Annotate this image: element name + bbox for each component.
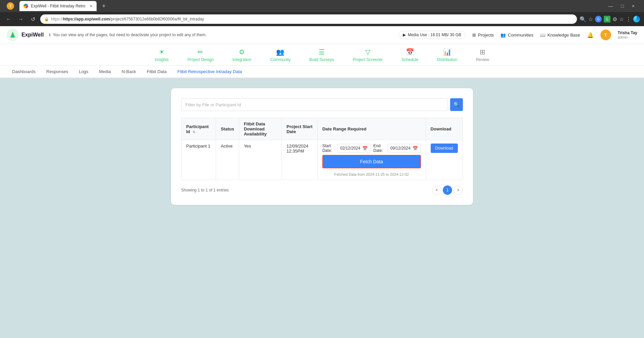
knowledge-base-icon: 📖: [540, 33, 545, 38]
sub-tabs: Dashboards Responses Logs Media N-Back F…: [0, 66, 644, 78]
project-screener-label: Project Screener: [353, 57, 383, 62]
cell-fitbit-availability: Yes: [239, 140, 281, 180]
logo-area: ExpiWell: [7, 29, 44, 41]
tab-fitbit-data[interactable]: Fitbit Data: [141, 66, 172, 78]
download-button[interactable]: Download: [431, 144, 458, 153]
nav-item-project-design[interactable]: ✏ Project Design: [185, 47, 216, 65]
col-date-range: Date Range Required: [317, 118, 426, 140]
project-design-icon: ✏: [198, 48, 203, 56]
cell-status: Active: [216, 140, 239, 180]
filter-input[interactable]: [181, 98, 447, 111]
extension-icon-2: G: [604, 16, 610, 22]
browser-tab[interactable]: ExpiWell - Fitbit Intraday Retro ✕: [19, 1, 97, 11]
window-maximize-button[interactable]: □: [618, 2, 626, 10]
start-date-input[interactable]: 02/12/2024 📅: [337, 144, 371, 153]
tab-fitbit-retrospective[interactable]: Fitbit Retrospective Intraday Data: [172, 66, 248, 78]
end-date-label: End Date:: [373, 144, 385, 153]
col-project-start: Project Start Date: [282, 118, 318, 140]
end-date-input[interactable]: 09/12/2024 📅: [387, 144, 421, 153]
tab-media[interactable]: Media: [94, 66, 116, 78]
content-card: 🔍 Participant Id ⇅ Status Fitbit Data Do…: [171, 88, 473, 205]
settings-icon[interactable]: ⚙: [612, 16, 617, 22]
nav-item-integration[interactable]: ⚙ Integration: [230, 47, 254, 65]
insights-icon: ☀: [159, 48, 165, 56]
pagination-bar: Showing 1 to 1 of 1 entries < 1 >: [181, 185, 463, 195]
new-tab-button[interactable]: +: [99, 1, 109, 11]
user-profile-icon: T: [7, 2, 14, 10]
address-text: https://https://app.expiwell.com/project…: [51, 17, 204, 21]
window-close-button[interactable]: ×: [629, 2, 637, 10]
pagination-page-1-button[interactable]: 1: [443, 185, 452, 195]
nav-item-review[interactable]: ⊞ Review: [473, 47, 492, 65]
review-icon: ⊞: [480, 48, 485, 56]
pagination-prev-button[interactable]: <: [432, 185, 441, 195]
topbar: ExpiWell ℹ You can view any of the pages…: [0, 26, 644, 44]
address-bar[interactable]: 🔒 https://https://app.expiwell.com/proje…: [40, 14, 577, 24]
schedule-icon: 📅: [406, 48, 414, 56]
nav-item-schedule[interactable]: 📅 Schedule: [399, 47, 421, 65]
projects-icon: ⊞: [472, 33, 476, 38]
window-minimize-button[interactable]: —: [605, 2, 615, 10]
community-icon: 👥: [276, 48, 284, 56]
communities-label: Communities: [508, 33, 533, 38]
tab-logs[interactable]: Logs: [73, 66, 94, 78]
menu-icon[interactable]: ⋮: [626, 16, 631, 22]
review-label: Review: [476, 57, 489, 62]
fetch-data-button[interactable]: Fetch Data: [322, 155, 421, 168]
col-status: Status: [216, 118, 239, 140]
nav-item-insights[interactable]: ☀ Insights: [152, 47, 171, 65]
main-content: 🔍 Participant Id ⇅ Status Fitbit Data Do…: [0, 78, 644, 215]
search-button[interactable]: 🔍: [450, 98, 463, 111]
search-icon[interactable]: 🔍: [580, 16, 586, 22]
community-label: Community: [270, 57, 291, 62]
nav-item-distribution[interactable]: 📊 Distribution: [434, 47, 460, 65]
col-participant-id: Participant Id ⇅: [181, 118, 216, 140]
tab-responses[interactable]: Responses: [41, 66, 73, 78]
start-date-calendar-icon[interactable]: 📅: [362, 146, 368, 151]
communities-link[interactable]: 👥 Communities: [500, 33, 533, 38]
pagination-next-button[interactable]: >: [453, 185, 463, 195]
fetch-note: Fetched Data from 2024-11-25 to 2024-12-…: [322, 172, 421, 176]
cell-participant-id: Participant 1: [181, 140, 216, 180]
tab-close-icon[interactable]: ✕: [90, 4, 93, 8]
nav-item-project-screener[interactable]: ▽ Project Screener: [350, 47, 385, 65]
star-icon[interactable]: ☆: [588, 16, 593, 22]
start-date-value: 02/12/2024: [340, 146, 360, 151]
forward-button[interactable]: →: [16, 14, 25, 24]
lock-icon: 🔒: [44, 17, 49, 21]
project-screener-icon: ▽: [365, 48, 370, 56]
media-use: ▶ Media Use : 18.01 MB/ 30 GB: [398, 31, 466, 39]
search-icon: 🔍: [453, 102, 460, 108]
knowledge-base-link[interactable]: 📖 Knowledge Base: [540, 33, 580, 38]
projects-link[interactable]: ⊞ Projects: [472, 33, 494, 38]
nav-tabs: ☀ Insights ✏ Project Design ⚙ Integratio…: [0, 44, 644, 66]
edge-icon: [633, 16, 640, 22]
cell-download: Download: [426, 140, 463, 180]
tab-n-back[interactable]: N-Back: [116, 66, 142, 78]
projects-label: Projects: [478, 33, 494, 38]
expiwell-logo-icon: [7, 29, 19, 41]
refresh-button[interactable]: ↺: [28, 14, 38, 24]
extension-icon-1: G: [595, 16, 602, 22]
bell-icon[interactable]: 🔔: [587, 32, 594, 38]
user-avatar[interactable]: T: [600, 30, 611, 40]
entries-info: Showing 1 to 1 of 1 entries: [181, 188, 229, 192]
build-surveys-icon: ☰: [319, 48, 325, 56]
tab-dashboards[interactable]: Dashboards: [7, 66, 41, 78]
knowledge-base-label: Knowledge Base: [547, 33, 580, 38]
user-info: Trisha Tay admin: [618, 31, 637, 39]
nav-item-community[interactable]: 👥 Community: [268, 47, 293, 65]
distribution-label: Distribution: [437, 57, 457, 62]
extensions-icon[interactable]: ☆: [619, 16, 624, 22]
build-surveys-label: Build Surveys: [309, 57, 334, 62]
start-date-label: Start Date:: [322, 144, 334, 153]
sort-icon[interactable]: ⇅: [193, 130, 195, 134]
integration-label: Integration: [232, 57, 252, 62]
project-design-label: Project Design: [187, 57, 214, 62]
end-date-value: 09/12/2024: [390, 146, 411, 151]
nav-item-build-surveys[interactable]: ☰ Build Surveys: [307, 47, 336, 65]
end-date-calendar-icon[interactable]: 📅: [413, 146, 418, 151]
col-fitbit-download: Fitbit Data Download Availability: [239, 118, 281, 140]
back-button[interactable]: ←: [4, 14, 13, 24]
insights-label: Insights: [155, 57, 169, 62]
